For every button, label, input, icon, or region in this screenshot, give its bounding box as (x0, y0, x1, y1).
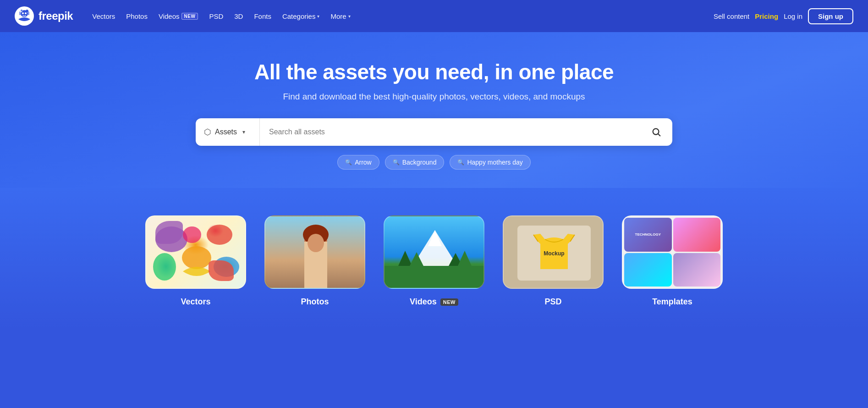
category-photos[interactable]: Photos (264, 215, 365, 307)
svg-point-16 (214, 257, 239, 277)
hero-title: All the assets you need, in one place (9, 60, 859, 84)
header-right: Sell content Pricing Log in Sign up (714, 8, 853, 24)
hero-section: All the assets you need, in one place Fi… (0, 32, 868, 188)
header: freepik Vectors Photos Videos NEW PSD 3D… (0, 0, 868, 32)
assets-icon: ⬡ (204, 127, 211, 137)
search-type-label: Assets (215, 128, 237, 136)
templates-thumbnail: TECHNOLOGY (622, 215, 723, 289)
svg-text:Mockup: Mockup (544, 250, 564, 257)
nav-3d[interactable]: 3D (230, 10, 247, 23)
svg-rect-8 (19, 11, 21, 15)
nav-categories[interactable]: Categories ▾ (278, 10, 324, 23)
vectors-thumbnail (145, 215, 246, 289)
sell-content-link[interactable]: Sell content (714, 12, 749, 20)
search-input[interactable] (260, 118, 640, 146)
videos-thumbnail (384, 215, 484, 289)
new-badge: NEW (181, 13, 198, 20)
svg-point-13 (207, 225, 232, 245)
templates-label: Templates (652, 297, 692, 307)
svg-rect-9 (28, 11, 29, 15)
search-type-selector[interactable]: ⬡ Assets ▾ (196, 118, 260, 146)
search-bar: ⬡ Assets ▾ (196, 118, 672, 146)
chevron-down-icon: ▾ (242, 129, 245, 135)
freepik-logo-icon (15, 6, 34, 26)
login-link[interactable]: Log in (784, 12, 802, 20)
signup-button[interactable]: Sign up (808, 8, 853, 24)
psd-svg: Mockup (504, 216, 604, 289)
logo[interactable]: freepik (15, 6, 73, 26)
nav-vectors[interactable]: Vectors (88, 10, 120, 23)
pricing-link[interactable]: Pricing (755, 12, 778, 20)
nav-fonts[interactable]: Fonts (249, 10, 276, 23)
categories-section: Vectors (0, 188, 868, 330)
category-templates[interactable]: TECHNOLOGY Templates (622, 215, 723, 307)
nav-psd[interactable]: PSD (204, 10, 228, 23)
category-vectors[interactable]: Vectors (145, 215, 246, 307)
search-button[interactable] (640, 118, 672, 146)
svg-point-6 (25, 12, 27, 14)
svg-point-12 (155, 226, 187, 252)
search-suggestions: 🔍 Arrow 🔍 Background 🔍 Happy mothers day (9, 155, 859, 170)
photos-svg (265, 216, 365, 289)
nav-videos[interactable]: Videos NEW (154, 10, 203, 23)
psd-thumbnail: Mockup (503, 215, 604, 289)
svg-rect-7 (21, 11, 22, 12)
svg-point-22 (308, 234, 324, 252)
videos-new-badge: NEW (440, 298, 458, 306)
photos-thumbnail (264, 215, 365, 289)
videos-label: Videos NEW (410, 297, 458, 307)
category-videos[interactable]: Videos NEW (384, 215, 484, 307)
chevron-down-icon: ▾ (348, 14, 351, 19)
logo-text: freepik (38, 10, 73, 22)
psd-label: PSD (544, 297, 561, 307)
suggestion-background[interactable]: 🔍 Background (385, 155, 445, 170)
svg-point-5 (22, 12, 24, 14)
svg-point-17 (183, 226, 201, 243)
template-cell-2 (673, 218, 721, 252)
hero-subtitle: Find and download the best high-quality … (9, 92, 859, 102)
vectors-label: Vectors (181, 297, 210, 307)
vectors-svg-art (146, 216, 246, 289)
svg-line-11 (658, 134, 660, 136)
svg-point-14 (182, 246, 211, 269)
chevron-down-icon: ▾ (317, 14, 319, 19)
category-psd[interactable]: Mockup PSD (503, 215, 604, 307)
svg-rect-26 (385, 266, 484, 289)
template-cell-1: TECHNOLOGY (624, 218, 672, 252)
photos-label: Photos (301, 297, 329, 307)
nav-more[interactable]: More ▾ (326, 10, 355, 23)
search-icon: 🔍 (393, 159, 400, 165)
nav-photos[interactable]: Photos (121, 10, 152, 23)
main-nav: Vectors Photos Videos NEW PSD 3D Fonts C… (88, 10, 710, 23)
template-cell-3 (624, 253, 672, 287)
svg-point-15 (153, 253, 176, 281)
template-cell-4 (673, 253, 721, 287)
suggestion-arrow[interactable]: 🔍 Arrow (337, 155, 379, 170)
search-icon: 🔍 (457, 159, 464, 165)
search-icon: 🔍 (345, 159, 352, 165)
suggestion-happy-mothers-day[interactable]: 🔍 Happy mothers day (450, 155, 530, 170)
search-icon (651, 127, 661, 137)
videos-svg (385, 216, 484, 289)
